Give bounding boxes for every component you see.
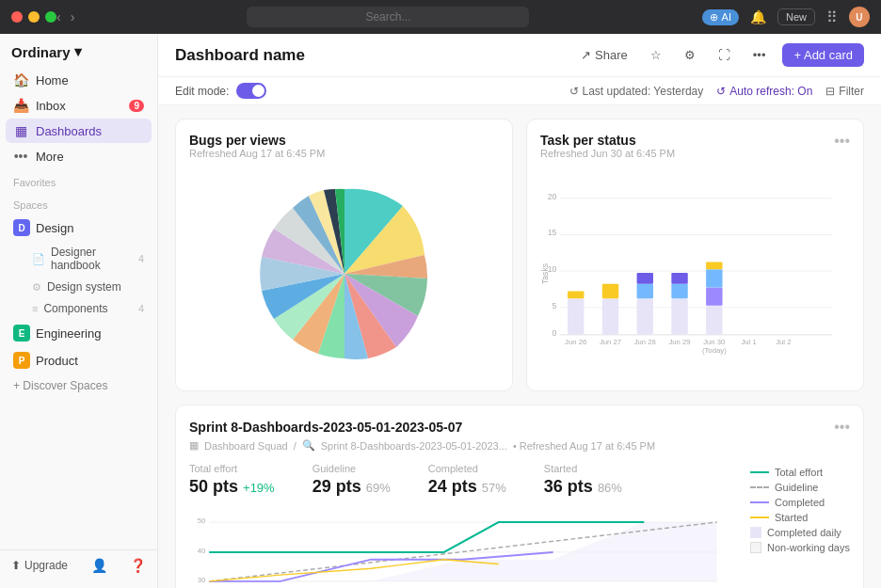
bugs-card-title-group: Bugs per views Refreshed Aug 17 at 6:45 … (189, 133, 325, 168)
legend-color-total (750, 471, 769, 473)
auto-refresh-icon: ↺ (716, 85, 726, 98)
sidebar: Ordinary ▾ 🏠 Home 📥 Inbox 9 ▦ Dashboards… (0, 34, 158, 588)
workspace-name[interactable]: Ordinary ▾ (11, 43, 82, 60)
legend-completed-daily: Completed daily (750, 527, 850, 538)
pie-chart (250, 180, 439, 368)
sprint-header: Sprint 8-Dashboards-2023-05-01-2023-05-0… (189, 419, 850, 436)
filter-button[interactable]: ⊟ Filter (825, 85, 864, 98)
legend-color-completed (750, 501, 769, 503)
svg-text:Jul 1: Jul 1 (741, 338, 756, 346)
sidebar-item-more[interactable]: ••• More (6, 144, 152, 168)
profile-icon[interactable]: 👤 (91, 558, 107, 573)
stat-started-value: 36 pts 86% (544, 477, 622, 497)
svg-text:Jun 26: Jun 26 (565, 338, 586, 346)
legend-color-completed-daily (750, 527, 761, 538)
maximize-btn[interactable] (45, 11, 56, 23)
svg-text:0: 0 (553, 328, 557, 338)
sidebar-space-engineering[interactable]: E Engineering (6, 320, 152, 346)
task-per-status-card: Task per status Refreshed Jun 30 at 6:45… (526, 119, 864, 391)
sidebar-space-design[interactable]: D Design (6, 215, 152, 241)
close-btn[interactable] (11, 11, 23, 23)
main-content: Dashboard name ↗ Share ☆ ⚙ ⛶ ••• + (158, 34, 881, 588)
sprint-card: Sprint 8-Dashboards-2023-05-01-2023-05-0… (175, 405, 864, 588)
sprint-chart-svg: 50 40 30 (189, 508, 735, 588)
svg-rect-19 (671, 284, 687, 298)
stat-guideline-pts: 29 pts (312, 477, 361, 496)
share-button[interactable]: ↗ Share (575, 44, 633, 66)
main-header: Dashboard name ↗ Share ☆ ⚙ ⛶ ••• + (158, 34, 881, 77)
inbox-badge: 9 (129, 100, 144, 112)
sidebar-subitem-design-system[interactable]: ⚙ Design system (6, 277, 152, 297)
stat-completed-value: 24 pts 57% (428, 477, 506, 497)
help-icon[interactable]: ❓ (130, 558, 146, 573)
breadcrumb-dashboard-icon: ▦ (189, 439, 199, 452)
product-label: Product (36, 354, 78, 368)
breadcrumb-sprint-icon: 🔍 (302, 439, 315, 452)
sidebar-subitem-designer-handbook[interactable]: 📄 Designer handbook 4 (6, 242, 152, 276)
legend-started: Started (750, 512, 850, 523)
search-input[interactable] (247, 7, 529, 27)
bar-chart-container: 20 15 10 5 0 Tasks (540, 170, 850, 377)
ai-label: AI (722, 11, 731, 23)
discover-spaces[interactable]: + Discover Spaces (0, 374, 157, 397)
sidebar-item-dashboards[interactable]: ▦ Dashboards (6, 119, 152, 143)
bell-icon: 🔔 (750, 9, 766, 24)
new-button[interactable]: New (777, 8, 815, 25)
task-card-subtitle: Refreshed Jun 30 at 6:45 PM (540, 148, 675, 159)
cards-row-1: Bugs per views Refreshed Aug 17 at 6:45 … (175, 119, 864, 391)
toolbar-left: Edit mode: (175, 83, 266, 99)
svg-rect-21 (706, 306, 722, 335)
svg-text:40: 40 (198, 547, 206, 555)
task-card-title-group: Task per status Refreshed Jun 30 at 6:45… (540, 133, 675, 168)
settings-button[interactable]: ⚙ (679, 44, 701, 66)
sidebar-item-inbox[interactable]: 📥 Inbox 9 (6, 93, 152, 118)
more-options-button[interactable]: ••• (747, 44, 772, 66)
ai-icon: ⊕ (710, 11, 718, 24)
sprint-line-chart: 50 40 30 (189, 508, 735, 588)
user-avatar[interactable]: U (849, 7, 870, 27)
stat-started: Started 36 pts 86% (544, 463, 622, 497)
sidebar-header: Ordinary ▾ (0, 34, 157, 68)
breadcrumb-part-0: Dashboard Squad (204, 440, 288, 452)
page-title: Dashboard name (175, 46, 305, 65)
add-card-button[interactable]: + Add card (782, 43, 864, 67)
svg-text:50: 50 (198, 516, 206, 525)
sidebar-subitem-components[interactable]: ≡ Components 4 (6, 298, 152, 319)
legend-guideline: Guideline (750, 482, 850, 493)
favorites-section: Favorites (0, 169, 157, 192)
engineering-label: Engineering (36, 326, 101, 341)
sprint-card-menu[interactable]: ••• (834, 419, 850, 436)
back-icon[interactable]: ‹ (56, 9, 61, 24)
breadcrumb-sep-1: / (294, 440, 296, 452)
expand-button[interactable]: ⛶ (713, 44, 736, 66)
sidebar-item-home[interactable]: 🏠 Home (6, 68, 152, 92)
share-label: Share (595, 48, 628, 62)
svg-text:15: 15 (548, 228, 557, 237)
forward-icon[interactable]: › (71, 9, 75, 24)
dashboard-content: Bugs per views Refreshed Aug 17 at 6:45 … (158, 105, 881, 588)
ai-badge[interactable]: ⊕ AI (702, 9, 739, 25)
svg-rect-20 (671, 273, 687, 284)
svg-rect-11 (568, 298, 584, 335)
stat-total-label: Total effort (189, 463, 275, 474)
dashboards-icon: ▦ (13, 123, 28, 138)
task-card-menu[interactable]: ••• (834, 133, 850, 150)
bookmark-button[interactable]: ☆ (645, 44, 667, 66)
grid-icon[interactable]: ⠿ (826, 8, 838, 26)
titlebar-right: ⊕ AI 🔔 New ⠿ U (702, 7, 870, 27)
edit-mode-toggle[interactable] (236, 83, 266, 99)
auto-refresh-toggle[interactable]: ↺ Auto refresh: On (716, 85, 812, 98)
home-icon: 🏠 (13, 72, 28, 87)
filter-label: Filter (839, 85, 864, 98)
svg-rect-16 (637, 284, 653, 298)
refresh-icon: ↺ (569, 85, 579, 98)
last-updated-label: Last updated: Yesterday (583, 85, 704, 98)
minimize-btn[interactable] (28, 11, 40, 23)
upgrade-button[interactable]: ⬆ Upgrade (11, 559, 68, 572)
stat-total-effort: Total effort 50 pts +19% (189, 463, 275, 497)
spaces-section: Spaces (0, 192, 157, 215)
legend-color-started (750, 516, 769, 518)
sprint-stats: Total effort 50 pts +19% Guideline 29 pt… (189, 463, 735, 497)
sidebar-space-product[interactable]: P Product (6, 347, 152, 373)
bugs-per-views-card: Bugs per views Refreshed Aug 17 at 6:45 … (175, 119, 513, 391)
